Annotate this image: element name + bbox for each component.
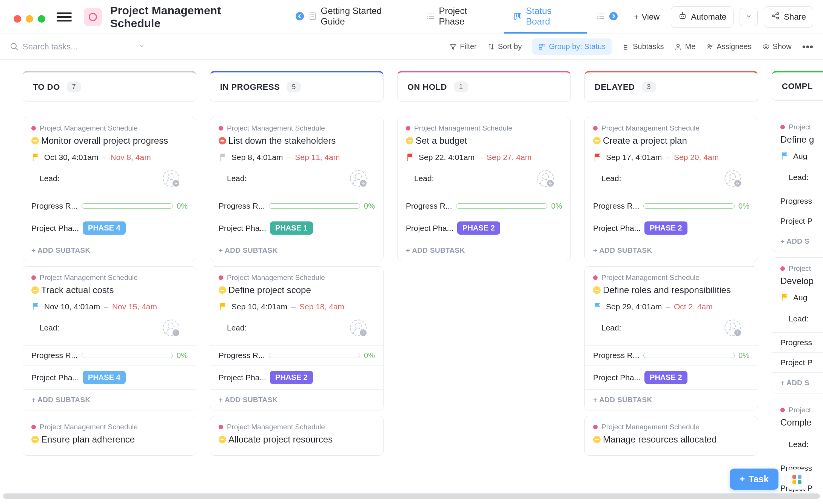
task-card[interactable]: Project Management ScheduleSet a budgetS… [397,117,571,261]
progress-bar[interactable] [82,203,173,209]
phase-pill[interactable]: PHASE 2 [457,221,500,235]
filter-button[interactable]: Filter [449,42,476,51]
tab-getting-started[interactable]: Getting Started Guide [286,0,417,34]
group-button[interactable]: Group by: Status [532,38,612,55]
add-view-button[interactable]: + View [627,12,666,22]
chevron-down-icon[interactable] [138,42,145,52]
assignee-avatar[interactable]: + [724,320,741,336]
automate-button[interactable]: Automate [671,6,734,28]
search-icon [10,42,19,51]
tab-project-phase[interactable]: Project Phase [417,0,504,34]
lead-label: Lead: [601,323,647,332]
header: Project Management Schedule Getting Star… [0,0,823,34]
progress-bar[interactable] [269,353,361,358]
add-subtask-button[interactable]: + ADD S [772,372,823,393]
apps-button[interactable] [787,469,807,490]
card-title: Manage resources allocated [593,434,749,445]
assignee-avatar[interactable]: + [537,170,554,187]
column-title: IN PROGRESS [220,82,280,92]
automate-caret[interactable] [740,8,758,26]
add-subtask-button[interactable]: + ADD SUBTASK [210,240,383,261]
task-card[interactable]: Project Management ScheduleDefine roles … [584,266,758,410]
task-card[interactable]: Project Management ScheduleCreate a proj… [584,117,758,261]
group-icon [538,43,546,51]
assignee-avatar[interactable]: + [724,170,741,187]
phase-row: Project Pha...PHASE 2 [585,216,758,240]
status-dot-icon [593,286,601,294]
more-icon[interactable]: ••• [802,41,813,53]
phase-pill[interactable]: PHASE 2 [644,371,687,384]
minimize-window-icon[interactable] [26,15,33,23]
add-subtask-button[interactable]: + ADD SUBTASK [585,240,758,261]
board[interactable]: TO DO7Project Management ScheduleMonitor… [0,60,823,493]
search-input[interactable]: Search tasks... [10,42,145,52]
task-card[interactable]: Project Management ScheduleList down the… [210,117,384,261]
progress-bar[interactable] [456,203,548,209]
add-subtask-button[interactable]: + ADD SUBTASK [585,389,758,410]
breadcrumb: Project Management Schedule [219,423,375,431]
assignee-avatar[interactable]: + [163,170,179,187]
progress-bar[interactable] [82,353,173,358]
breadcrumb: Project Management Schedule [31,423,188,431]
assignees-button[interactable]: Assignees [706,42,751,51]
task-card[interactable]: Project Management ScheduleManage resour… [584,416,758,456]
task-card[interactable]: Project Management ScheduleDefine projec… [210,266,384,410]
progress-label: Progress R... [593,201,640,211]
lead-row: Lead: [780,435,823,454]
phase-pill[interactable]: PHASE 1 [270,221,313,235]
assignee-avatar[interactable]: + [163,320,179,336]
progress-bar[interactable] [643,353,735,358]
people-icon [706,43,714,51]
sort-button[interactable]: Sort by [487,42,522,51]
column-header[interactable]: DELAYED3 [584,71,758,102]
task-card[interactable]: Project Management ScheduleMonitor overa… [23,117,196,261]
horizontal-scrollbar[interactable] [3,493,820,499]
phase-row: Project Pha...PHASE 4 [23,216,196,240]
column-count: 5 [287,81,301,92]
tab-status-board[interactable]: Status Board [504,0,587,34]
progress-bar[interactable] [269,203,361,209]
subtasks-button[interactable]: Subtasks [622,42,664,51]
flag-icon [31,302,40,311]
assignee-avatar[interactable]: + [350,170,367,187]
add-subtask-button[interactable]: + ADD SUBTASK [23,389,196,410]
phase-pill[interactable]: PHASE 4 [83,371,126,384]
column-header[interactable]: ON HOLD1 [397,71,571,102]
me-button[interactable]: Me [674,42,695,51]
add-subtask-button[interactable]: + ADD SUBTASK [23,240,196,261]
task-card[interactable]: Project Management ScheduleTrack actual … [23,266,196,410]
progress-value: 0% [364,351,375,360]
maximize-window-icon[interactable] [38,15,45,23]
doc-icon[interactable] [84,8,102,26]
card-title: Define g [780,134,823,145]
column-header[interactable]: IN PROGRESS5 [210,71,384,102]
flag-icon [219,153,228,162]
progress-label: Progress R... [406,201,452,211]
column-header[interactable]: COMPL [772,71,823,101]
phase-pill[interactable]: PHASE 2 [270,371,313,384]
list-dot-icon [219,425,223,429]
new-task-button[interactable]: + Task [730,469,778,490]
menu-icon[interactable] [57,9,72,25]
task-card[interactable]: Project Management ScheduleAllocate proj… [210,416,384,456]
tab-extra[interactable] [587,0,627,34]
close-window-icon[interactable] [14,15,21,23]
forward-icon [609,12,618,21]
column-title: COMPL [782,81,813,91]
progress-bar[interactable] [643,203,735,209]
column-header[interactable]: TO DO7 [23,71,196,102]
phase-pill[interactable]: PHASE 2 [644,221,687,235]
task-card[interactable]: Project Management ScheduleEnsure plan a… [23,416,196,456]
assignee-avatar[interactable]: + [350,320,367,336]
task-card[interactable]: ProjectDevelopAugLead:ProgressProject P+… [772,257,823,393]
task-card[interactable]: ProjectDefine gAugLead:ProgressProject P… [772,116,823,252]
share-icon [771,11,780,23]
show-button[interactable]: Show [762,42,792,51]
add-subtask-button[interactable]: + ADD SUBTASK [210,389,383,410]
add-subtask-button[interactable]: + ADD S [772,231,823,252]
add-subtask-button[interactable]: + ADD SUBTASK [398,240,570,261]
breadcrumb: Project Management Schedule [593,124,749,132]
phase-pill[interactable]: PHASE 4 [83,221,126,235]
window-traffic-lights[interactable] [14,15,45,23]
share-button[interactable]: Share [764,6,813,28]
